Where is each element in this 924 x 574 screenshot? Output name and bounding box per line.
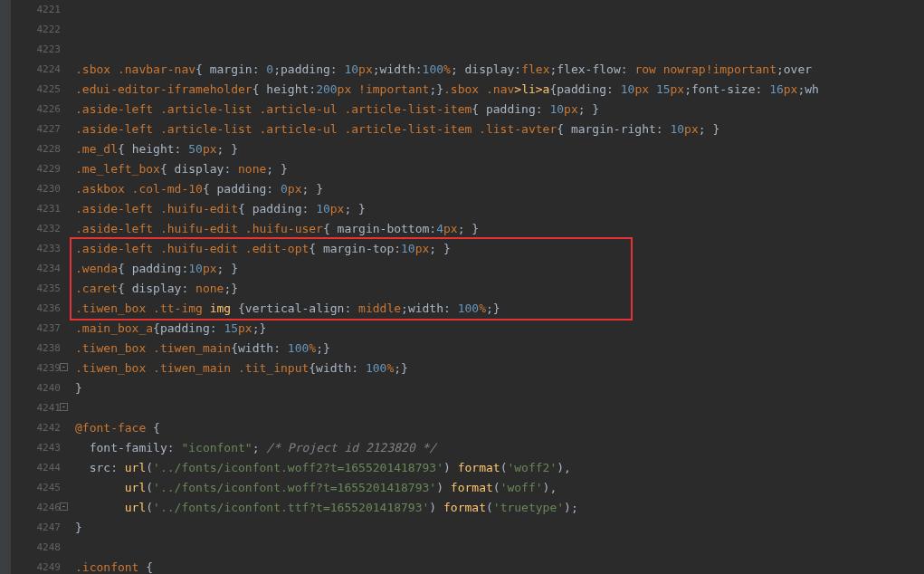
line-number: 4234 xyxy=(11,259,61,279)
line-number: 4240 xyxy=(11,378,61,398)
code-line[interactable]: .askbox .col-md-10{ padding: 0px; } xyxy=(75,179,924,199)
code-line[interactable]: .caret{ display: none;} xyxy=(75,279,924,299)
line-number: 4246- xyxy=(11,498,61,518)
line-number: 4243 xyxy=(11,438,61,458)
line-number: 4223 xyxy=(11,40,61,60)
code-line[interactable]: } xyxy=(75,378,924,398)
fold-icon[interactable]: - xyxy=(60,363,68,371)
code-line[interactable]: .aside-left .article-list .article-ul .a… xyxy=(75,120,924,139)
line-number: 4241- xyxy=(11,398,61,418)
line-number: 4232 xyxy=(11,219,61,239)
code-line[interactable]: .edui-editor-iframeholder{ height:200px … xyxy=(75,80,924,100)
line-number: 4235 xyxy=(11,279,61,299)
code-line[interactable]: .tiwen_box .tt-img img {vertical-align: … xyxy=(75,299,924,319)
code-line[interactable]: .me_dl{ height: 50px; } xyxy=(75,139,924,159)
line-number: 4228 xyxy=(11,139,61,159)
code-line[interactable]: .aside-left .huifu-edit{ padding: 10px; … xyxy=(75,199,924,219)
code-line[interactable]: .sbox .navbar-nav{ margin: 0;padding: 10… xyxy=(75,60,924,80)
code-line[interactable]: .aside-left .article-list .article-ul .a… xyxy=(75,100,924,120)
code-line[interactable] xyxy=(75,398,924,418)
fold-icon[interactable]: - xyxy=(60,403,68,411)
line-number: 4233 xyxy=(11,239,61,259)
code-line[interactable]: .aside-left .huifu-edit .edit-opt{ margi… xyxy=(75,239,924,259)
line-number: 4249 xyxy=(11,558,61,574)
line-number: 4227 xyxy=(11,120,61,139)
line-number: 4248 xyxy=(11,538,61,558)
code-line[interactable]: @font-face { xyxy=(75,418,924,438)
code-line[interactable]: .tiwen_box .tiwen_main{width: 100%;} xyxy=(75,339,924,359)
code-line[interactable]: } xyxy=(75,518,924,538)
line-number: 4237 xyxy=(11,319,61,339)
line-number-gutter: 4221422242234224422542264227422842294230… xyxy=(11,0,70,574)
line-number: 4247 xyxy=(11,518,61,538)
code-line[interactable]: .wenda{ padding:10px; } xyxy=(75,259,924,279)
line-number: 4238 xyxy=(11,339,61,359)
line-number: 4242 xyxy=(11,418,61,438)
code-line[interactable]: .main_box_a{padding: 15px;} xyxy=(75,319,924,339)
code-line[interactable]: url('../fonts/iconfont.woff?t=1655201418… xyxy=(75,478,924,498)
line-number: 4230 xyxy=(11,179,61,199)
code-line[interactable]: .me_left_box{ display: none; } xyxy=(75,159,924,179)
line-number: 4224 xyxy=(11,60,61,80)
code-editor[interactable]: 4221422242234224422542264227422842294230… xyxy=(0,0,924,574)
line-number: 4221 xyxy=(11,0,61,20)
code-line[interactable]: url('../fonts/iconfont.ttf?t=16552014187… xyxy=(75,498,924,518)
line-number: 4244 xyxy=(11,458,61,478)
line-number: 4245 xyxy=(11,478,61,498)
vertical-scrollbar[interactable] xyxy=(0,0,11,574)
code-line[interactable]: .aside-left .huifu-edit .huifu-user{ mar… xyxy=(75,219,924,239)
line-number: 4225 xyxy=(11,80,61,100)
code-line[interactable]: .iconfont { xyxy=(75,558,924,574)
line-number: 4222 xyxy=(11,20,61,40)
code-line[interactable]: src: url('../fonts/iconfont.woff2?t=1655… xyxy=(75,458,924,478)
fold-icon[interactable]: - xyxy=(60,502,68,511)
line-number: 4239- xyxy=(11,359,61,378)
code-line[interactable]: font-family: "iconfont"; /* Project id 2… xyxy=(75,438,924,458)
code-line[interactable] xyxy=(75,538,924,558)
code-line[interactable]: .tiwen_box .tiwen_main .tit_input{width:… xyxy=(75,359,924,378)
line-number: 4231 xyxy=(11,199,61,219)
line-number: 4236 xyxy=(11,299,61,319)
line-number: 4229 xyxy=(11,159,61,179)
line-number: 4226 xyxy=(11,100,61,120)
code-area[interactable]: .sbox .navbar-nav{ margin: 0;padding: 10… xyxy=(70,0,924,574)
